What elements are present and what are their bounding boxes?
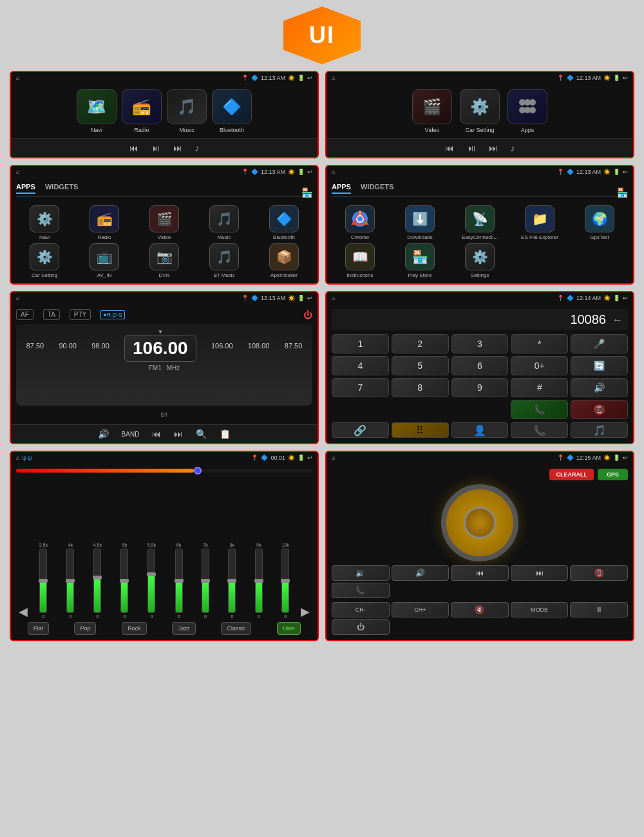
ch-minus-btn[interactable]: CH- — [332, 602, 390, 617]
eq-flat[interactable]: Flat — [28, 622, 49, 635]
gps-button[interactable]: GPS — [598, 469, 628, 480]
dial-hash[interactable]: # — [511, 378, 568, 397]
steering-content: CLEARALL GPS 🔉 🔊 ⏮ ⏭ 📵 📞 — [327, 464, 633, 640]
home-car-setting[interactable]: ⚙️ Car Setting — [460, 89, 500, 133]
app-avin[interactable]: 📺 AV_IN — [76, 243, 133, 278]
eq-jazz[interactable]: Jazz — [172, 622, 196, 635]
app-video[interactable]: 🎬 Video — [136, 205, 193, 240]
app-dvr[interactable]: 📷 DVR — [136, 243, 193, 278]
tab-apps-3[interactable]: APPS — [16, 183, 35, 194]
dial-4[interactable]: 4 — [332, 356, 389, 375]
play-icon-2[interactable]: ⏯ — [467, 143, 476, 153]
app-carsetting[interactable]: ⚙️ Car Setting — [16, 243, 73, 278]
dial-6[interactable]: 6 — [451, 356, 509, 375]
eq-rock[interactable]: Rock — [122, 622, 147, 635]
band-btn[interactable]: BAND — [122, 431, 140, 438]
eq-classic[interactable]: Classic — [221, 622, 251, 635]
mute-btn[interactable]: 🔇 — [451, 602, 509, 617]
prev-icon-2[interactable]: ⏮ — [445, 143, 454, 153]
dial-3[interactable]: 3 — [451, 334, 509, 353]
app-navi[interactable]: ⚙️ Navi — [16, 205, 73, 240]
dial-hangup[interactable]: 📵 — [571, 400, 628, 419]
vol-up-btn[interactable]: 🔊 — [392, 565, 450, 581]
dial-5[interactable]: 5 — [392, 356, 449, 375]
home-radio[interactable]: 📻 Radio — [122, 89, 162, 133]
home-bluetooth[interactable]: 🔷 Bluetooth — [212, 89, 252, 133]
app-apkinstaller[interactable]: 📦 ApkInstaller — [256, 243, 312, 278]
eq-track-handle[interactable] — [194, 467, 202, 475]
dial-1[interactable]: 1 — [332, 334, 389, 353]
dial-mic[interactable]: 🎤 — [571, 334, 628, 353]
app-music[interactable]: 🎵 Music — [196, 205, 252, 240]
eq-user[interactable]: User — [277, 622, 301, 635]
app-easyconnect[interactable]: 📡 EasyConnecti... — [451, 205, 508, 240]
app-instructions[interactable]: 📖 Instructions — [332, 243, 388, 278]
phone-tab-dialpad[interactable]: ⠿ — [392, 422, 449, 438]
clearall-button[interactable]: CLEARALL — [549, 469, 594, 480]
next-radio[interactable]: ⏭ — [174, 429, 183, 439]
power-btn[interactable]: ⏻ — [332, 619, 390, 635]
vol-down-btn[interactable]: 🔉 — [332, 565, 390, 581]
apps-tabs-4: APPS WIDGETS — [332, 183, 628, 197]
next-track-btn[interactable]: ⏭ — [511, 565, 569, 581]
mode-btn[interactable]: MODE — [511, 602, 569, 617]
tab-widgets-4[interactable]: WIDGETS — [361, 183, 393, 194]
brightness-icon-s4: ☀️ — [603, 169, 611, 175]
next-icon-2[interactable]: ⏭ — [489, 143, 498, 153]
volume-icon-radio[interactable]: 🔊 — [98, 429, 109, 439]
store-icon-4[interactable]: 🏪 — [617, 187, 628, 198]
dial-star[interactable]: * — [511, 334, 568, 353]
phone-tab-contacts[interactable]: 👤 — [451, 422, 509, 438]
phone-tab-recent[interactable]: 📞 — [511, 422, 568, 438]
dial-refresh[interactable]: 🔄 — [571, 356, 628, 375]
prev-icon-1[interactable]: ⏮ — [129, 143, 138, 153]
home-video[interactable]: 🎬 Video — [412, 89, 452, 133]
app-chrome[interactable]: Chrome — [332, 205, 388, 240]
backspace-icon[interactable]: ← — [612, 314, 623, 326]
app-gpstest[interactable]: 🌍 GpsTest — [571, 205, 628, 240]
prev-track-btn[interactable]: ⏮ — [451, 565, 509, 581]
app-playstore[interactable]: 🏪 Play Store — [392, 243, 448, 278]
home-apps[interactable]: Apps — [507, 89, 547, 133]
ch-plus-btn[interactable]: CH+ — [392, 602, 450, 617]
next-icon-1[interactable]: ⏭ — [173, 143, 182, 153]
app-bluetooth[interactable]: 🔷 Bluetooth — [256, 205, 312, 240]
phone-tab-music[interactable]: 🎵 — [571, 422, 628, 438]
call-end-btn[interactable]: 📵 — [570, 565, 628, 581]
dial-7[interactable]: 7 — [332, 378, 389, 397]
dial-2[interactable]: 2 — [392, 334, 449, 353]
app-downloads[interactable]: ⬇️ Downloads — [392, 205, 448, 240]
app-settings[interactable]: ⚙️ Settings — [451, 243, 508, 278]
pause-btn[interactable]: ⏸ — [570, 602, 628, 617]
eq-pop[interactable]: Pop — [74, 622, 96, 635]
power-button[interactable]: ⏻ — [303, 310, 312, 320]
af-button[interactable]: AF — [16, 309, 33, 320]
dial-9[interactable]: 9 — [451, 378, 509, 397]
back-icon-s5: ↩ — [307, 295, 312, 301]
prev-radio[interactable]: ⏮ — [152, 429, 161, 439]
tab-widgets-3[interactable]: WIDGETS — [45, 183, 78, 194]
time-s3: 12:13 AM — [261, 169, 285, 175]
home-music[interactable]: 🎵 Music — [167, 89, 207, 133]
pty-button[interactable]: PTY — [70, 309, 91, 320]
dial-8[interactable]: 8 — [392, 378, 449, 397]
play-icon-1[interactable]: ⏯ — [151, 143, 160, 153]
home-navi[interactable]: 🗺️ Navi — [77, 89, 117, 133]
app-btmusic[interactable]: 🎵 BT Music — [196, 243, 252, 278]
menu-icon-radio[interactable]: 📋 — [220, 429, 231, 439]
search-icon-radio[interactable]: 🔍 — [196, 429, 207, 439]
apps-header-3: APPS WIDGETS 🏪 — [16, 183, 312, 202]
dial-call[interactable]: 📞 — [511, 400, 568, 419]
dial-0plus[interactable]: 0+ — [511, 356, 568, 375]
store-icon-3[interactable]: 🏪 — [301, 187, 312, 198]
call-answer-btn[interactable]: 📞 — [332, 583, 390, 598]
eq-left-arrow[interactable]: ◀ — [17, 605, 29, 619]
app-radio[interactable]: 📻 Radio — [76, 205, 133, 240]
tab-apps-4[interactable]: APPS — [332, 183, 351, 194]
app-esfile[interactable]: 📁 ES File Explorer — [511, 205, 568, 240]
eq-right-arrow[interactable]: ▶ — [299, 605, 311, 619]
phone-tab-link[interactable]: 🔗 — [332, 422, 389, 438]
rds-badge: ●R·D·S — [100, 310, 124, 319]
dial-speaker[interactable]: 🔊 — [571, 378, 628, 397]
ta-button[interactable]: TA — [43, 309, 60, 320]
